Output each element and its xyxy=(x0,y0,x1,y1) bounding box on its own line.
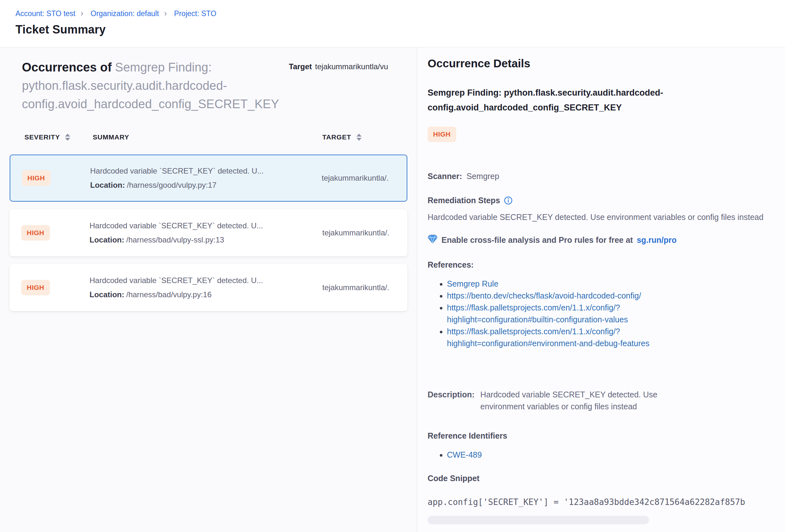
remediation-text: Hardcoded variable SECRET_KEY detected. … xyxy=(428,211,774,223)
location-line: Location:/harness/good/vulpy.py:17 xyxy=(90,181,322,190)
code-snippet: app.config['SECRET_KEY'] = '123aa8a93bdd… xyxy=(428,497,785,507)
sort-icon xyxy=(65,134,70,141)
target-cell: tejakummarikuntla/. xyxy=(322,228,407,237)
summary-text: Hardcoded variable `SECRET_KEY` detected… xyxy=(90,276,322,285)
summary-text: Hardcoded variable `SECRET_KEY` detected… xyxy=(90,221,322,230)
occurrences-heading-bold: Occurrences of xyxy=(22,60,112,74)
occurrences-panel-head: Occurrences of Semgrep Finding: python.f… xyxy=(10,47,407,113)
breadcrumb-link[interactable]: Account: STO test xyxy=(16,9,75,18)
reference-item: https://bento.dev/checks/flask/avoid-har… xyxy=(447,290,672,302)
table-header: SEVERITY SUMMARY TARGET xyxy=(10,133,407,141)
location-value: /harness/bad/vulpy-ssl.py:13 xyxy=(126,235,224,244)
description-text: Hardcoded variable SECRET_KEY detected. … xyxy=(480,389,694,412)
severity-badge: HIGH xyxy=(22,170,51,186)
summary-cell: Hardcoded variable `SECRET_KEY` detected… xyxy=(90,221,322,245)
description-row: Description: Hardcoded variable SECRET_K… xyxy=(428,389,785,412)
location-value: /harness/good/vulpy.py:17 xyxy=(127,181,217,189)
breadcrumb: Account: STO test› Organization: default… xyxy=(16,8,785,18)
location-label: Location: xyxy=(90,235,124,244)
column-header-target[interactable]: TARGET xyxy=(322,133,407,141)
table-row[interactable]: HIGH Hardcoded variable `SECRET_KEY` det… xyxy=(10,155,407,202)
promo-text: Enable cross-file analysis and Pro rules… xyxy=(441,235,633,245)
page-header: Account: STO test› Organization: default… xyxy=(0,0,785,47)
target-cell: tejakummarikuntla/. xyxy=(322,174,407,183)
reference-identifier-item: CWE-489 xyxy=(447,449,672,461)
info-icon[interactable] xyxy=(504,196,513,205)
reference-link[interactable]: https://flask.palletsprojects.com/en/1.1… xyxy=(447,303,628,324)
page-title: Ticket Summary xyxy=(16,23,785,36)
severity-badge: HIGH xyxy=(21,280,50,295)
main-content: Occurrences of Semgrep Finding: python.f… xyxy=(0,47,785,532)
table-row[interactable]: HIGH Hardcoded variable `SECRET_KEY` det… xyxy=(10,209,407,256)
occurrences-panel: Occurrences of Semgrep Finding: python.f… xyxy=(0,47,417,532)
summary-cell: Hardcoded variable `SECRET_KEY` detected… xyxy=(90,167,322,190)
table-row[interactable]: HIGH Hardcoded variable `SECRET_KEY` det… xyxy=(10,264,407,311)
target-label: Target xyxy=(289,62,312,71)
severity-cell: HIGH xyxy=(21,280,90,295)
reference-link[interactable]: https://flask.palletsprojects.com/en/1.1… xyxy=(447,327,650,348)
finding-title: Semgrep Finding: python.flask.security.a… xyxy=(428,85,722,115)
severity-cell: HIGH xyxy=(21,225,90,240)
severity-cell: HIGH xyxy=(22,170,90,186)
breadcrumb-item: Organization: default› xyxy=(91,9,172,18)
scanner-row: Scanner:Semgrep xyxy=(428,172,785,181)
target-value: tejakummarikuntla/vu xyxy=(315,62,388,71)
target-summary: Targettejakummarikuntla/vu xyxy=(289,62,407,113)
column-header-target-label: TARGET xyxy=(322,133,351,141)
code-snippet-label: Code Snippet xyxy=(428,474,785,483)
sort-icon xyxy=(356,134,361,141)
remediation-steps-label: Remediation Steps xyxy=(428,196,500,205)
occurrences-table: HIGH Hardcoded variable `SECRET_KEY` det… xyxy=(10,155,407,311)
description-label: Description: xyxy=(428,389,475,412)
reference-identifiers-label: Reference Identifiers xyxy=(428,431,785,440)
reference-item: https://flask.palletsprojects.com/en/1.1… xyxy=(447,302,672,326)
location-line: Location:/harness/bad/vulpy-ssl.py:13 xyxy=(90,235,322,245)
details-title: Occurrence Details xyxy=(428,57,785,70)
severity-badge: HIGH xyxy=(21,225,50,240)
details-severity: HIGH xyxy=(428,127,785,142)
promo-link[interactable]: sg.run/pro xyxy=(637,235,677,245)
chevron-right-icon: › xyxy=(80,8,83,18)
reference-identifiers-list: CWE-489 xyxy=(428,449,785,461)
summary-cell: Hardcoded variable `SECRET_KEY` detected… xyxy=(90,276,322,299)
location-value: /harness/bad/vulpy.py:16 xyxy=(126,290,211,299)
remediation-steps-header: Remediation Steps xyxy=(428,196,785,205)
references-list: Semgrep Rule https://bento.dev/checks/fl… xyxy=(428,278,785,349)
gem-icon xyxy=(428,235,437,245)
references-label: References: xyxy=(428,260,785,270)
occurrence-details-panel: Occurrence Details Semgrep Finding: pyth… xyxy=(417,47,785,532)
severity-badge: HIGH xyxy=(428,127,456,142)
scanner-label: Scanner: xyxy=(428,172,462,181)
breadcrumb-item: Account: STO test› xyxy=(16,9,88,18)
scanner-value: Semgrep xyxy=(466,172,499,181)
column-header-summary-label: SUMMARY xyxy=(93,133,129,141)
breadcrumb-link[interactable]: Organization: default xyxy=(91,9,159,18)
breadcrumb-link[interactable]: Project: STO xyxy=(174,9,217,18)
summary-text: Hardcoded variable `SECRET_KEY` detected… xyxy=(90,167,322,176)
location-label: Location: xyxy=(90,290,124,299)
occurrences-heading: Occurrences of Semgrep Finding: python.f… xyxy=(22,58,289,113)
reference-item: https://flask.palletsprojects.com/en/1.1… xyxy=(447,326,672,349)
location-label: Location: xyxy=(90,181,125,189)
reference-item: Semgrep Rule xyxy=(447,278,672,290)
breadcrumb-item: Project: STO xyxy=(174,9,217,18)
reference-link[interactable]: Semgrep Rule xyxy=(447,279,499,288)
promo-line: Enable cross-file analysis and Pro rules… xyxy=(428,235,785,245)
column-header-summary: SUMMARY xyxy=(93,133,322,141)
location-line: Location:/harness/bad/vulpy.py:16 xyxy=(90,290,322,299)
horizontal-scrollbar[interactable] xyxy=(428,516,649,524)
column-header-severity[interactable]: SEVERITY xyxy=(24,133,93,141)
column-header-severity-label: SEVERITY xyxy=(24,133,60,141)
cwe-link[interactable]: CWE-489 xyxy=(447,450,482,459)
reference-link[interactable]: https://bento.dev/checks/flask/avoid-har… xyxy=(447,291,641,300)
target-cell: tejakummarikuntla/. xyxy=(322,283,407,292)
chevron-right-icon: › xyxy=(164,8,167,18)
